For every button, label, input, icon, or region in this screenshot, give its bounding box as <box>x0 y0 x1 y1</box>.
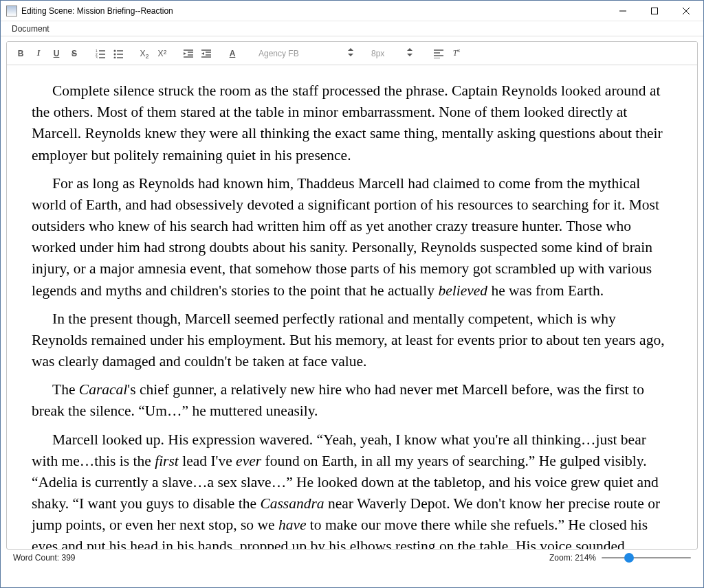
svg-text:3: 3 <box>96 56 98 58</box>
document-scroll[interactable]: Complete silence struck the room as the … <box>7 65 697 549</box>
app-window: Editing Scene: Mission Briefing--Reactio… <box>0 0 704 588</box>
svg-point-12 <box>114 53 116 55</box>
word-count: Word Count: 399 <box>13 553 549 563</box>
minimize-button[interactable] <box>607 1 639 21</box>
align-button[interactable] <box>430 45 447 62</box>
indent-icon <box>201 49 211 58</box>
svg-marker-22 <box>201 52 204 55</box>
bold-button[interactable]: B <box>12 45 29 62</box>
underline-button[interactable]: U <box>48 45 65 62</box>
superscript-button[interactable]: X2 <box>154 45 170 62</box>
document-area: Complete silence struck the room as the … <box>7 65 697 549</box>
font-family-select[interactable]: Agency FB <box>254 46 358 61</box>
ordered-list-button[interactable]: 123 <box>92 45 109 62</box>
svg-point-14 <box>114 56 116 58</box>
paragraph[interactable]: In the present though, Marcell seemed pe… <box>32 308 672 373</box>
close-icon <box>683 8 690 14</box>
svg-point-10 <box>114 49 116 52</box>
text-color-button[interactable]: A <box>224 45 241 62</box>
toolbar: B I U S 123 X2 X2 <box>7 42 697 65</box>
unordered-list-button[interactable] <box>110 45 126 62</box>
zoom-thumb[interactable] <box>624 553 634 563</box>
svg-marker-17 <box>184 52 186 55</box>
app-icon <box>6 5 17 16</box>
maximize-button[interactable] <box>639 1 670 21</box>
editor-box: B I U S 123 X2 X2 <box>6 41 698 550</box>
ordered-list-icon: 123 <box>96 49 105 58</box>
clear-format-button[interactable]: Tx <box>448 45 465 62</box>
dropdown-arrows-icon <box>407 48 412 58</box>
window-controls <box>607 1 702 21</box>
close-button[interactable] <box>670 1 702 21</box>
content-frame: B I U S 123 X2 X2 <box>1 36 703 587</box>
strikethrough-button[interactable]: S <box>66 45 82 62</box>
outdent-icon <box>184 49 193 58</box>
menu-document[interactable]: Document <box>8 23 54 35</box>
subscript-button[interactable]: X2 <box>136 45 153 62</box>
statusbar: Word Count: 399 Zoom: 214% <box>6 550 698 566</box>
svg-marker-28 <box>407 48 412 51</box>
window-title: Editing Scene: Mission Briefing--Reactio… <box>21 6 607 16</box>
titlebar: Editing Scene: Mission Briefing--Reactio… <box>1 1 703 21</box>
font-family-value: Agency FB <box>258 49 299 58</box>
dropdown-arrows-icon <box>348 48 353 58</box>
svg-marker-29 <box>407 54 412 56</box>
zoom-label: Zoom: 214% <box>549 553 596 563</box>
svg-rect-1 <box>652 8 658 14</box>
font-size-select[interactable]: 8px <box>367 46 417 61</box>
paragraph[interactable]: Marcell looked up. His expression wavere… <box>32 429 672 549</box>
paragraph[interactable]: Complete silence struck the room as the … <box>32 80 672 166</box>
bottom-gap <box>6 566 698 583</box>
italic-button[interactable]: I <box>30 45 47 62</box>
unordered-list-icon <box>113 49 123 58</box>
paragraph[interactable]: For as long as Reynolds had known him, T… <box>32 173 672 302</box>
svg-marker-26 <box>348 48 353 51</box>
zoom-slider[interactable] <box>602 552 691 563</box>
align-icon <box>434 49 443 58</box>
indent-button[interactable] <box>198 45 214 62</box>
minimize-icon <box>619 8 626 14</box>
maximize-icon <box>651 8 658 14</box>
menubar: Document <box>1 21 703 36</box>
zoom-track <box>602 557 691 558</box>
paragraph[interactable]: The Caracal's chief gunner, a relatively… <box>32 379 672 422</box>
font-size-value: 8px <box>371 49 384 58</box>
svg-marker-27 <box>348 54 353 56</box>
outdent-button[interactable] <box>180 45 197 62</box>
